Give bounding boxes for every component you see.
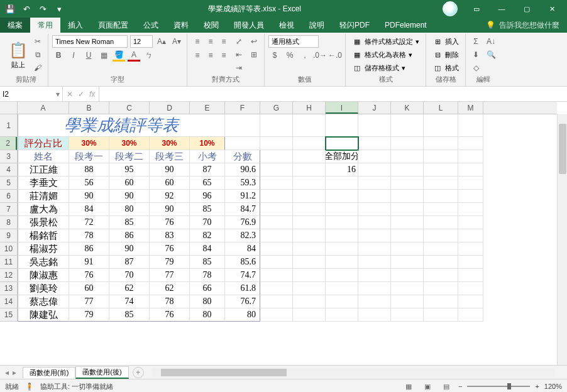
tab-data[interactable]: 資料: [166, 18, 196, 33]
score[interactable]: 85: [109, 216, 150, 229]
row-headers[interactable]: 123456789101112131415: [0, 114, 18, 322]
score[interactable]: 85: [190, 203, 225, 216]
format-painter-button[interactable]: 🖌: [31, 62, 44, 74]
row-header-15[interactable]: 15: [0, 308, 17, 322]
score[interactable]: 77: [69, 295, 109, 308]
score[interactable]: 80: [190, 308, 225, 322]
insert-cells-button[interactable]: ⊞插入: [430, 35, 461, 48]
currency-button[interactable]: $: [268, 49, 281, 62]
add-sheet-button[interactable]: +: [133, 367, 144, 378]
score[interactable]: 84: [69, 203, 109, 216]
zoom-slider[interactable]: [467, 386, 530, 387]
conditional-formatting-button[interactable]: ▦條件式格式設定▾: [350, 35, 422, 48]
score[interactable]: 60: [150, 177, 190, 190]
view-page-break-button[interactable]: ▤: [439, 381, 453, 392]
row-header-8[interactable]: 8: [0, 216, 17, 229]
cancel-formula-icon[interactable]: ✕: [67, 90, 73, 99]
score[interactable]: 76: [150, 242, 190, 256]
border-button[interactable]: ▦: [97, 49, 110, 62]
ratio-label[interactable]: 評分占比: [18, 137, 69, 150]
select-all-button[interactable]: [0, 102, 18, 114]
minimize-button[interactable]: —: [489, 0, 514, 18]
total-score[interactable]: 61.8: [225, 282, 260, 295]
tab-page-layout[interactable]: 頁面配置: [91, 18, 136, 33]
clear-button[interactable]: ◇: [470, 62, 482, 74]
align-left-button[interactable]: ≡: [191, 49, 204, 62]
comma-button[interactable]: ,: [299, 49, 311, 62]
close-button[interactable]: ✕: [539, 0, 564, 18]
student-name[interactable]: 江正維: [18, 163, 69, 177]
row-header-12[interactable]: 12: [0, 269, 17, 282]
increase-decimal-button[interactable]: .0→: [314, 49, 326, 62]
column-header-D[interactable]: D: [150, 102, 190, 114]
score[interactable]: 78: [190, 269, 225, 282]
score[interactable]: 84: [190, 242, 225, 256]
phonetic-button[interactable]: ㄅ: [143, 49, 155, 62]
tab-file[interactable]: 檔案: [0, 18, 30, 33]
increase-indent-button[interactable]: ⇥: [233, 62, 245, 74]
row-header-7[interactable]: 7: [0, 203, 17, 216]
student-name[interactable]: 劉美玲: [18, 282, 69, 295]
row-header-14[interactable]: 14: [0, 295, 17, 308]
tab-pdfelement[interactable]: PDFelement: [377, 18, 434, 33]
total-score[interactable]: 91.2: [225, 190, 260, 203]
tell-me-input[interactable]: 告訴我您想做什麼: [499, 20, 559, 31]
font-size-select[interactable]: [130, 35, 153, 48]
ribbon-options-button[interactable]: ▭: [464, 0, 489, 18]
column-header-H[interactable]: H: [293, 102, 326, 114]
score[interactable]: 62: [150, 282, 190, 295]
scrollbar-thumb[interactable]: [161, 369, 287, 376]
user-avatar[interactable]: [443, 1, 458, 16]
score[interactable]: 70: [109, 269, 150, 282]
zoom-level[interactable]: 120%: [544, 383, 562, 390]
format-cells-button[interactable]: ◫格式: [430, 62, 461, 74]
align-center-button[interactable]: ≡: [204, 49, 217, 62]
table-header-4[interactable]: 小考: [190, 150, 225, 163]
orientation-button[interactable]: ⤢: [233, 35, 245, 48]
student-name[interactable]: 張景松: [18, 216, 69, 229]
undo-button[interactable]: ↶: [19, 1, 34, 16]
decrease-font-button[interactable]: A▾: [170, 35, 183, 48]
bonus-label[interactable]: 全部加分: [326, 150, 358, 163]
score[interactable]: 86: [69, 242, 109, 256]
student-name[interactable]: 李垂文: [18, 177, 69, 190]
score[interactable]: 79: [69, 308, 109, 322]
maximize-button[interactable]: ▢: [514, 0, 539, 18]
score[interactable]: 77: [150, 269, 190, 282]
save-button[interactable]: 💾: [3, 1, 18, 16]
decrease-decimal-button[interactable]: ←.0: [329, 49, 341, 62]
ratio-3[interactable]: 10%: [190, 137, 225, 150]
sheet-title[interactable]: 學業成績評等表: [18, 114, 225, 137]
total-score[interactable]: 85.6: [225, 256, 260, 269]
tab-qingpdf[interactable]: 轻闪PDF: [332, 18, 377, 33]
row-header-3[interactable]: 3: [0, 150, 17, 163]
total-score[interactable]: 59.3: [225, 177, 260, 190]
column-header-A[interactable]: A: [18, 102, 69, 114]
align-middle-button[interactable]: ≡: [204, 35, 217, 48]
format-as-table-button[interactable]: ▦格式化為表格▾: [350, 48, 422, 61]
percent-button[interactable]: %: [284, 49, 296, 62]
tab-view[interactable]: 檢視: [272, 18, 302, 33]
score[interactable]: 76: [69, 269, 109, 282]
score[interactable]: 90: [150, 203, 190, 216]
row-header-4[interactable]: 4: [0, 163, 17, 177]
fx-icon[interactable]: fx: [89, 90, 95, 99]
score[interactable]: 62: [109, 282, 150, 295]
column-header-F[interactable]: F: [225, 102, 260, 114]
table-header-1[interactable]: 段考一: [69, 150, 109, 163]
score[interactable]: 66: [190, 282, 225, 295]
total-score[interactable]: 80: [225, 308, 260, 322]
number-format-select[interactable]: [268, 35, 319, 48]
cell-styles-button[interactable]: ◫儲存格樣式▾: [350, 62, 422, 74]
score[interactable]: 95: [109, 163, 150, 177]
paste-button[interactable]: 📋 貼上: [8, 35, 29, 74]
underline-button[interactable]: U: [82, 49, 95, 62]
row-header-1[interactable]: 1: [0, 114, 17, 137]
score[interactable]: 80: [190, 295, 225, 308]
student-name[interactable]: 陳淑惠: [18, 269, 69, 282]
score[interactable]: 78: [150, 295, 190, 308]
italic-button[interactable]: I: [67, 49, 80, 62]
student-name[interactable]: 蔡志偉: [18, 295, 69, 308]
score[interactable]: 70: [190, 216, 225, 229]
sheet-tab-1[interactable]: 函數使用(前): [23, 367, 75, 378]
